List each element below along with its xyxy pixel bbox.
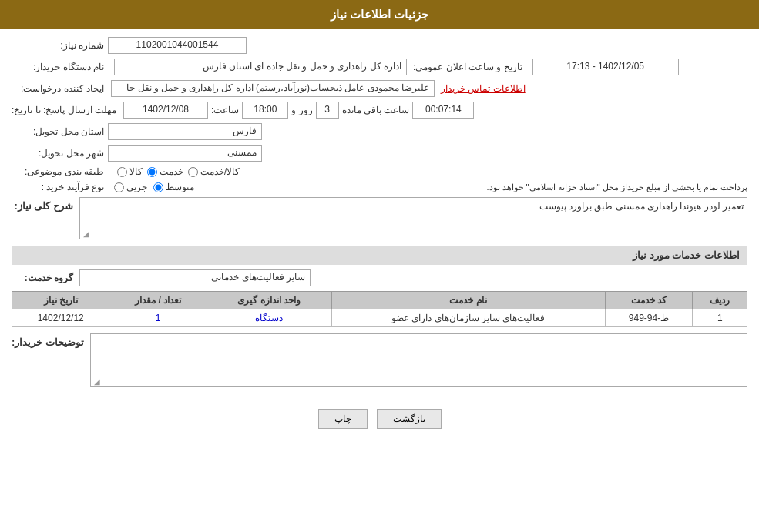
cell-count: 1 [109, 309, 207, 327]
buyer-name-value: اداره کل راهداری و حمل و نقل جاده ای است… [114, 59, 407, 75]
purchase-jozi-radio[interactable] [114, 182, 124, 192]
deadline-date: 1402/12/08 [123, 102, 208, 119]
cell-unit: دستگاه [207, 309, 331, 327]
cell-code: ط-94-949 [605, 309, 693, 327]
city-row: ممسنی شهر محل تحویل: [12, 145, 747, 162]
category-group: کالا/خدمت خدمت کالا [117, 166, 240, 177]
purchase-type-group: متوسط جزیی [114, 182, 194, 192]
description-section: تعمیر لودر هیوندا راهداری ممسنی طبق براو… [12, 197, 747, 239]
purchase-type-label: نوع فرآیند خرید : [12, 182, 104, 192]
purchase-motavaset: متوسط [153, 182, 194, 192]
deadline-remaining: 00:07:14 [412, 102, 474, 119]
page-title: جزئیات اطلاعات نیاز [331, 8, 428, 21]
category-label: طبقه بندی موضوعی: [12, 166, 104, 177]
purchase-note: پرداخت تمام یا بخشی از مبلغ خریداز محل "… [200, 182, 747, 192]
col-header-unit: واحد اندازه گیری [207, 292, 331, 309]
deadline-row: 00:07:14 ساعت باقی مانده 3 روز و 18:00 س… [12, 102, 747, 119]
cell-row: 1 [693, 309, 747, 327]
creator-link[interactable]: اطلاعات تماس خریدار [441, 83, 526, 94]
footer-buttons: بازگشت چاپ [0, 401, 759, 440]
category-kala-khadamat-label: کالا/خدمت [200, 166, 240, 177]
announce-label: تاریخ و ساعت اعلان عمومی: [413, 62, 522, 72]
resize-handle: ◢ [82, 229, 89, 237]
creator-label: ایجاد کننده درخواست: [12, 83, 104, 94]
purchase-jozi-label: جزیی [126, 182, 147, 192]
table-row: 1 ط-94-949 فعالیت‌های سایر سازمان‌های دا… [12, 309, 747, 327]
buyer-announce-row: 1402/12/05 - 17:13 تاریخ و ساعت اعلان عم… [12, 59, 747, 75]
service-group-label: گروه خدمت: [12, 273, 73, 283]
id-row: 1102001044001544 شماره نیاز: [12, 37, 747, 54]
category-khadamat-label: خدمت [160, 166, 183, 177]
category-kala-radio[interactable] [117, 167, 127, 177]
cell-name: فعالیت‌های سایر سازمان‌های دارای عضو [331, 309, 605, 327]
table-header-row: ردیف کد خدمت نام خدمت واحد اندازه گیری ت… [12, 292, 747, 309]
col-header-row: ردیف [693, 292, 747, 309]
city-value: ممسنی [108, 145, 262, 162]
announce-value: 1402/12/05 - 17:13 [532, 59, 679, 75]
deadline-time: 18:00 [242, 102, 288, 119]
service-group-row: سایر فعالیت‌های خدماتی گروه خدمت: [12, 269, 747, 286]
category-khadamat-radio[interactable] [147, 167, 157, 177]
deadline-remaining-label: ساعت باقی مانده [342, 105, 410, 115]
page-wrapper: جزئیات اطلاعات نیاز 1102001044001544 شما… [0, 0, 759, 532]
deadline-day-label: روز و [291, 105, 312, 115]
table-head: ردیف کد خدمت نام خدمت واحد اندازه گیری ت… [12, 292, 747, 309]
purchase-type-row: پرداخت تمام یا بخشی از مبلغ خریداز محل "… [12, 182, 747, 192]
province-label: استان محل تحویل: [12, 126, 104, 137]
category-kala-label: کالا [129, 166, 143, 177]
creator-value: علیرضا محمودی عامل ذیحساب(نورآباد،رستم) … [111, 80, 435, 97]
col-header-count: تعداد / مقدار [109, 292, 207, 309]
col-header-date: تاریخ نیاز [12, 292, 109, 309]
purchase-jozi: جزیی [114, 182, 147, 192]
service-table: ردیف کد خدمت نام خدمت واحد اندازه گیری ت… [12, 291, 747, 327]
col-header-name: نام خدمت [331, 292, 605, 309]
category-row: کالا/خدمت خدمت کالا طبقه بندی موضوعی: [12, 166, 747, 177]
purchase-motavaset-label: متوسط [166, 182, 194, 192]
category-kala-khadamat: کالا/خدمت [188, 166, 240, 177]
deadline-days: 3 [316, 102, 339, 119]
province-row: فارس استان محل تحویل: [12, 123, 747, 140]
back-button[interactable]: بازگشت [377, 409, 442, 429]
content-area: 1102001044001544 شماره نیاز: 1402/12/05 … [0, 29, 759, 401]
service-group-value: سایر فعالیت‌های خدماتی [79, 269, 311, 286]
city-label: شهر محل تحویل: [12, 148, 104, 159]
buyer-name-label: نام دستگاه خریدار: [12, 62, 104, 72]
page-header: جزئیات اطلاعات نیاز [0, 0, 759, 29]
buyer-desc-box: ◢ [90, 333, 747, 387]
category-kala-khadamat-radio[interactable] [188, 167, 198, 177]
buyer-desc-section: ◢ توضیحات خریدار: [12, 333, 747, 387]
description-box: تعمیر لودر هیوندا راهداری ممسنی طبق براو… [79, 197, 747, 239]
creator-row: اطلاعات تماس خریدار علیرضا محمودی عامل ذ… [12, 80, 747, 97]
deadline-time-label: ساعت: [211, 105, 239, 115]
buyer-desc-label: توضیحات خریدار: [12, 333, 84, 348]
print-button[interactable]: چاپ [318, 409, 368, 429]
purchase-motavaset-radio[interactable] [153, 182, 163, 192]
province-value: فارس [108, 123, 262, 140]
category-khadamat: خدمت [147, 166, 183, 177]
deadline-label: مهلت ارسال پاسخ: تا تاریخ: [12, 105, 116, 115]
description-label: شرح کلی نیاز: [12, 197, 73, 212]
table-body: 1 ط-94-949 فعالیت‌های سایر سازمان‌های دا… [12, 309, 747, 327]
col-header-code: کد خدمت [605, 292, 693, 309]
cell-date: 1402/12/12 [12, 309, 109, 327]
description-value: تعمیر لودر هیوندا راهداری ممسنی طبق براو… [539, 201, 744, 212]
id-value: 1102001044001544 [108, 37, 247, 54]
buyer-desc-resize: ◢ [92, 377, 100, 385]
category-kala: کالا [117, 166, 143, 177]
id-label: شماره نیاز: [12, 40, 104, 51]
service-info-title: اطلاعات خدمات مورد نیاز [12, 246, 747, 265]
